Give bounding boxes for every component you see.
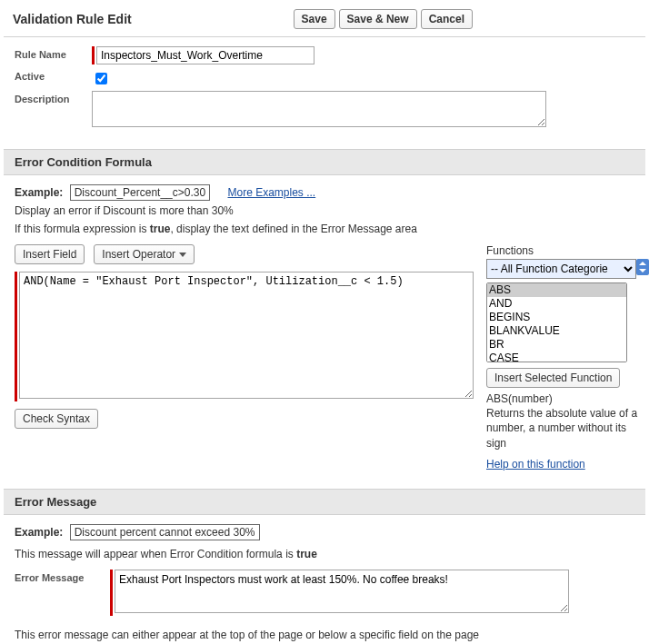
message-example-box: Discount percent cannot exceed 30% (70, 524, 260, 540)
message-section-body: Example: Discount percent cannot exceed … (4, 515, 645, 644)
function-list[interactable]: ABS AND BEGINS BLANKVALUE BR CASE (486, 282, 627, 362)
insert-field-button[interactable]: Insert Field (15, 244, 85, 264)
active-checkbox[interactable] (95, 73, 107, 84)
rule-name-label: Rule Name (15, 46, 92, 64)
active-label: Active (15, 68, 92, 87)
message-desc: This message will appear when Error Cond… (15, 548, 634, 560)
edit-header: Validation Rule Edit Save Save & New Can… (4, 4, 645, 37)
function-description: Returns the absolute value of a number, … (486, 406, 649, 451)
insert-operator-button[interactable]: Insert Operator (94, 244, 195, 264)
save-new-button[interactable]: Save & New (339, 9, 417, 29)
function-signature: ABS(number) (486, 391, 649, 406)
location-desc: This error message can either appear at … (15, 629, 634, 641)
formula-example-desc: Display an error if Discount is more tha… (15, 204, 634, 217)
error-message-textarea[interactable] (115, 570, 569, 613)
message-section-header: Error Message (4, 489, 645, 515)
help-function-link[interactable]: Help on this function (486, 458, 585, 471)
save-button[interactable]: Save (294, 9, 335, 29)
formula-textarea[interactable] (19, 272, 474, 399)
insert-selected-function-button[interactable]: Insert Selected Function (486, 368, 620, 388)
functions-label: Functions (486, 244, 649, 257)
check-syntax-button[interactable]: Check Syntax (15, 409, 98, 429)
header-actions: Save Save & New Cancel (294, 9, 473, 29)
page-title: Validation Rule Edit (13, 12, 294, 26)
description-textarea[interactable] (92, 91, 546, 127)
rule-fields: Rule Name Active Description (4, 37, 645, 149)
formula-section-header: Error Condition Formula (4, 149, 645, 175)
rule-name-input[interactable] (96, 46, 315, 64)
cancel-button[interactable]: Cancel (421, 9, 473, 29)
select-arrows-icon (636, 259, 649, 275)
required-indicator (92, 46, 315, 64)
more-examples-link[interactable]: More Examples ... (227, 186, 315, 199)
formula-example-box: Discount_Percent__c>0.30 (70, 184, 210, 201)
description-label: Description (15, 91, 92, 127)
error-message-label: Error Message (15, 570, 110, 616)
formula-section-body: Example: Discount_Percent__c>0.30 More E… (4, 175, 645, 489)
function-category-select[interactable]: -- All Function Categorie (486, 259, 636, 279)
formula-example-label: Example: (15, 186, 63, 199)
chevron-down-icon (179, 253, 186, 257)
message-example-label: Example: (15, 526, 63, 539)
formula-true-desc: If this formula expression is true, disp… (15, 223, 634, 235)
